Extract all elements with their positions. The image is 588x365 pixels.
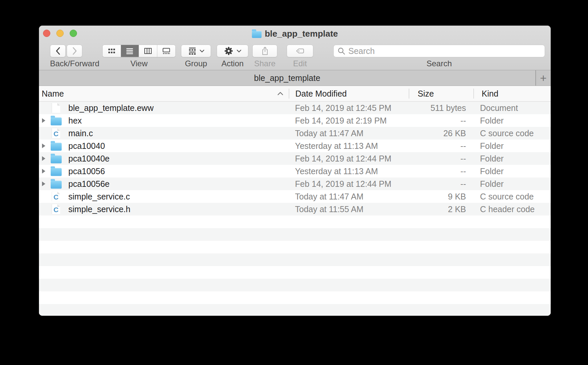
file-icon-cell: C	[50, 204, 62, 214]
forward-button[interactable]	[67, 45, 82, 57]
plus-icon: +	[540, 72, 547, 85]
zoom-button[interactable]	[70, 30, 77, 37]
file-date-modified: Feb 14, 2019 at 12:45 PM	[295, 103, 391, 113]
empty-row-stripe	[39, 241, 551, 253]
empty-row-stripe	[39, 228, 551, 241]
icon-view-icon	[108, 48, 116, 54]
traffic-lights	[43, 30, 77, 37]
window-title: ble_app_template	[265, 29, 338, 39]
file-kind: Folder	[480, 154, 504, 164]
edit-tags-button[interactable]	[287, 45, 313, 57]
file-size: --	[399, 141, 466, 151]
close-button[interactable]	[43, 30, 50, 37]
file-size: 511 bytes	[399, 103, 466, 113]
file-row[interactable]: pca10040Yesterday at 11:13 AM--Folder	[39, 140, 551, 152]
column-divider[interactable]	[473, 89, 474, 99]
c-source-icon: C	[52, 128, 60, 139]
file-name: main.c	[68, 129, 93, 138]
minimize-button[interactable]	[56, 30, 64, 37]
name-column-header[interactable]: Name	[42, 89, 64, 99]
tab-title: ble_app_template	[254, 73, 320, 83]
tag-icon	[295, 46, 305, 56]
file-date-modified: Yesterday at 11:13 AM	[295, 141, 378, 151]
action-control: Action	[217, 45, 248, 68]
disclosure-triangle-icon[interactable]	[42, 182, 46, 186]
file-date-modified: Feb 14, 2019 at 12:44 PM	[295, 154, 391, 164]
disclosure-triangle-icon[interactable]	[42, 156, 46, 161]
file-kind: Folder	[480, 116, 504, 126]
c-source-icon: C	[52, 191, 60, 202]
group-icon	[188, 47, 197, 55]
file-row[interactable]: hexFeb 14, 2019 at 2:19 PM--Folder	[39, 114, 551, 127]
chevron-left-icon	[54, 47, 62, 55]
search-field[interactable]	[333, 45, 545, 57]
file-row[interactable]: Cmain.cToday at 11:47 AM26 KBC source co…	[39, 127, 551, 140]
back-button[interactable]	[50, 45, 66, 57]
file-date-modified: Feb 14, 2019 at 12:44 PM	[295, 179, 391, 189]
file-size: --	[399, 116, 466, 126]
file-name: pca10056e	[68, 179, 110, 189]
back-forward-control: Back/Forward	[50, 45, 82, 68]
file-kind: C header code	[480, 204, 535, 214]
date-modified-column-header[interactable]: Date Modified	[295, 89, 347, 99]
size-column-header[interactable]: Size	[418, 89, 434, 99]
file-row[interactable]: pca10056eFeb 14, 2019 at 12:44 PM--Folde…	[39, 178, 551, 190]
list-view-button[interactable]	[121, 45, 139, 57]
new-tab-button[interactable]: +	[535, 70, 551, 86]
empty-row-stripe	[39, 215, 551, 228]
file-size: 2 KB	[399, 204, 466, 214]
disclosure-triangle-icon[interactable]	[42, 118, 46, 123]
column-divider[interactable]	[289, 89, 289, 99]
coverflow-view-button[interactable]	[157, 45, 176, 57]
action-button[interactable]	[217, 45, 248, 57]
icon-view-button[interactable]	[103, 45, 121, 57]
column-divider[interactable]	[409, 89, 409, 99]
file-row[interactable]: ble_app_template.ewwFeb 14, 2019 at 12:4…	[39, 102, 551, 114]
disclosure-triangle-icon[interactable]	[42, 169, 46, 174]
file-icon-cell	[50, 116, 62, 126]
gear-icon	[224, 46, 234, 56]
file-row[interactable]: pca10056Yesterday at 11:13 AM--Folder	[39, 165, 551, 178]
column-view-icon	[144, 48, 152, 54]
file-icon-cell	[50, 103, 62, 113]
folder-icon	[51, 143, 62, 151]
file-size: --	[399, 179, 466, 189]
title-bar: ble_app_template	[252, 26, 338, 42]
view-label: View	[102, 59, 176, 68]
file-icon-cell	[50, 154, 62, 164]
chevron-right-icon	[71, 47, 78, 55]
file-icon-cell	[50, 141, 62, 151]
finder-window: ble_app_template Back/Forward	[39, 26, 551, 316]
share-button[interactable]	[252, 45, 277, 57]
file-name: hex	[68, 116, 82, 126]
group-button[interactable]	[181, 45, 211, 57]
desktop-background: ble_app_template Back/Forward	[0, 0, 588, 365]
file-name: simple_service.c	[68, 192, 130, 201]
view-control: View	[102, 45, 176, 68]
folder-icon	[51, 118, 62, 126]
file-name: ble_app_template.eww	[68, 103, 154, 113]
folder-icon	[51, 168, 62, 176]
file-icon-cell	[50, 167, 62, 176]
file-row[interactable]: Csimple_service.hToday at 11:55 AM2 KBC …	[39, 203, 551, 215]
file-date-modified: Yesterday at 11:13 AM	[295, 167, 378, 176]
kind-column-header[interactable]: Kind	[482, 89, 498, 99]
search-label: Search	[333, 59, 545, 68]
search-input[interactable]	[348, 46, 541, 56]
empty-row-stripe	[39, 291, 551, 304]
file-icon-cell	[50, 179, 62, 189]
file-row[interactable]: Csimple_service.cToday at 11:47 AM9 KBC …	[39, 190, 551, 203]
file-name: simple_service.h	[68, 204, 130, 214]
active-tab[interactable]: ble_app_template	[39, 70, 535, 86]
file-kind: Document	[480, 103, 518, 113]
chevron-down-icon	[200, 50, 204, 53]
file-kind: C source code	[480, 129, 534, 138]
empty-row-stripe	[39, 279, 551, 291]
file-kind: C source code	[480, 192, 534, 201]
column-view-button[interactable]	[139, 45, 157, 57]
folder-icon	[51, 156, 62, 164]
file-name: pca10056	[68, 167, 105, 176]
disclosure-triangle-icon[interactable]	[42, 144, 46, 149]
share-icon	[261, 46, 269, 56]
file-row[interactable]: pca10040eFeb 14, 2019 at 12:44 PM--Folde…	[39, 152, 551, 165]
